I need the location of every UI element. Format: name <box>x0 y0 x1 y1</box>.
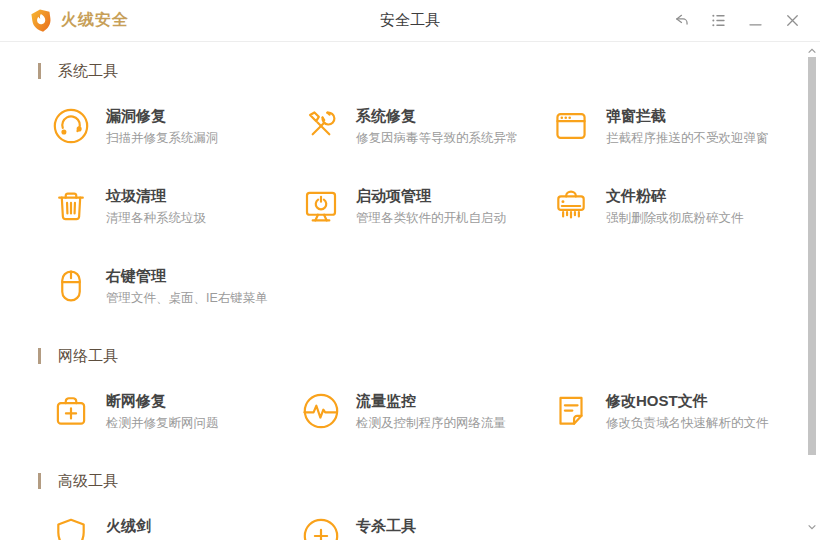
tool-popup-blocker[interactable]: 弹窗拦截拦截程序推送的不受欢迎弹窗 <box>550 105 800 153</box>
tool-description: 强制删除或彻底粉碎文件 <box>606 212 744 225</box>
back-arrow-icon <box>672 11 691 30</box>
tool-title: 修改HOST文件 <box>606 393 769 408</box>
tool-text: 火绒剑 <box>106 515 151 540</box>
tool-startup-manager[interactable]: 启动项管理管理各类软件的开机自启动 <box>300 185 550 233</box>
tool-title: 文件粉碎 <box>606 188 744 203</box>
mouse-icon <box>50 265 92 307</box>
tool-text: 漏洞修复扫描并修复系统漏洞 <box>106 105 219 145</box>
tool-title: 启动项管理 <box>356 188 506 203</box>
tool-text: 启动项管理管理各类软件的开机自启动 <box>356 185 506 225</box>
section-accent-bar <box>38 348 41 364</box>
scrollbar <box>806 44 818 540</box>
tool-junk-clean[interactable]: 垃圾清理清理各种系统垃圾 <box>50 185 300 233</box>
tool-system-repair[interactable]: 系统修复修复因病毒等导致的系统异常 <box>300 105 550 153</box>
tool-title: 右键管理 <box>106 268 268 283</box>
minimize-icon <box>746 11 765 30</box>
tool-text: 右键管理管理文件、桌面、IE右键菜单 <box>106 265 268 305</box>
circle-icon <box>300 515 342 540</box>
tool-traffic-monitor[interactable]: 流量监控检测及控制程序的网络流量 <box>300 390 550 438</box>
tool-text: 弹窗拦截拦截程序推送的不受欢迎弹窗 <box>606 105 769 145</box>
huorong-shield-flame-icon <box>30 8 53 33</box>
section-header: 高级工具 <box>38 472 820 490</box>
trash-can-icon <box>50 185 92 227</box>
tool-description: 扫描并修复系统漏洞 <box>106 132 219 145</box>
first-aid-kit-icon <box>50 390 92 432</box>
tool-title: 流量监控 <box>356 393 506 408</box>
tool-vulnerability-fix[interactable]: 漏洞修复扫描并修复系统漏洞 <box>50 105 300 153</box>
tool-special-killer[interactable]: 专杀工具 <box>300 515 550 540</box>
section-advanced-tools: 高级工具火绒剑专杀工具 <box>38 472 820 540</box>
tool-description: 拦截程序推送的不受欢迎弹窗 <box>606 132 769 145</box>
shield-icon <box>50 515 92 540</box>
tool-grid: 漏洞修复扫描并修复系统漏洞系统修复修复因病毒等导致的系统异常弹窗拦截拦截程序推送… <box>50 105 820 313</box>
minimize-button[interactable] <box>743 9 767 33</box>
tool-title: 断网修复 <box>106 393 219 408</box>
tool-grid: 断网修复检测并修复断网问题流量监控检测及控制程序的网络流量修改HOST文件修改负… <box>50 390 820 438</box>
tool-text: 文件粉碎强制删除或彻底粉碎文件 <box>606 185 744 225</box>
tool-text: 修改HOST文件修改负责域名快速解析的文件 <box>606 390 769 430</box>
section-title: 网络工具 <box>58 347 118 366</box>
tool-description: 清理各种系统垃圾 <box>106 212 206 225</box>
tool-description: 修复因病毒等导致的系统异常 <box>356 132 519 145</box>
menu-button[interactable] <box>706 9 730 33</box>
tool-title: 漏洞修复 <box>106 108 219 123</box>
section-accent-bar <box>38 473 41 489</box>
app-logo: 火绒安全 <box>30 8 129 33</box>
back-button[interactable] <box>669 9 693 33</box>
tool-title: 弹窗拦截 <box>606 108 769 123</box>
tool-context-menu-manager[interactable]: 右键管理管理文件、桌面、IE右键菜单 <box>50 265 300 313</box>
tool-title: 专杀工具 <box>356 518 416 533</box>
close-button[interactable] <box>780 9 804 33</box>
titlebar: 火绒安全 安全工具 <box>0 0 820 42</box>
tool-description: 检测并修复断网问题 <box>106 417 219 430</box>
tool-network-repair[interactable]: 断网修复检测并修复断网问题 <box>50 390 300 438</box>
close-icon <box>783 11 802 30</box>
scroll-up-button[interactable] <box>806 46 818 56</box>
section-network-tools: 网络工具断网修复检测并修复断网问题流量监控检测及控制程序的网络流量修改HOST文… <box>38 347 820 438</box>
vulnerability-scan-icon <box>50 105 92 147</box>
pulse-circle-icon <box>300 390 342 432</box>
scrollbar-thumb[interactable] <box>808 57 816 455</box>
document-fold-icon <box>550 390 592 432</box>
shredder-icon <box>550 185 592 227</box>
chevron-down-icon <box>807 523 817 531</box>
tool-description: 管理各类软件的开机自启动 <box>356 212 506 225</box>
tool-text: 垃圾清理清理各种系统垃圾 <box>106 185 206 225</box>
section-header: 网络工具 <box>38 347 820 365</box>
tool-description: 检测及控制程序的网络流量 <box>356 417 506 430</box>
list-menu-icon <box>709 11 728 30</box>
section-header: 系统工具 <box>38 62 820 80</box>
tool-description: 修改负责域名快速解析的文件 <box>606 417 769 430</box>
section-title: 系统工具 <box>58 62 118 81</box>
scroll-down-button[interactable] <box>806 522 818 532</box>
section-accent-bar <box>38 63 41 79</box>
tool-file-shredder[interactable]: 文件粉碎强制删除或彻底粉碎文件 <box>550 185 800 233</box>
tool-huorong-sword[interactable]: 火绒剑 <box>50 515 300 540</box>
monitor-power-icon <box>300 185 342 227</box>
window-controls <box>669 9 804 33</box>
tool-grid: 火绒剑专杀工具 <box>50 515 820 540</box>
chevron-up-icon <box>807 47 817 55</box>
crossed-tools-icon <box>300 105 342 147</box>
tool-text: 专杀工具 <box>356 515 416 540</box>
section-title: 高级工具 <box>58 472 118 491</box>
tool-text: 系统修复修复因病毒等导致的系统异常 <box>356 105 519 145</box>
app-name: 火绒安全 <box>61 10 129 31</box>
tool-title: 火绒剑 <box>106 518 151 533</box>
tool-description: 管理文件、桌面、IE右键菜单 <box>106 292 268 305</box>
popup-window-icon <box>550 105 592 147</box>
tool-text: 断网修复检测并修复断网问题 <box>106 390 219 430</box>
tool-edit-host-file[interactable]: 修改HOST文件修改负责域名快速解析的文件 <box>550 390 800 438</box>
tool-title: 系统修复 <box>356 108 519 123</box>
tool-title: 垃圾清理 <box>106 188 206 203</box>
tool-text: 流量监控检测及控制程序的网络流量 <box>356 390 506 430</box>
section-system-tools: 系统工具漏洞修复扫描并修复系统漏洞系统修复修复因病毒等导致的系统异常弹窗拦截拦截… <box>38 62 820 313</box>
tools-area: 系统工具漏洞修复扫描并修复系统漏洞系统修复修复因病毒等导致的系统异常弹窗拦截拦截… <box>0 62 820 540</box>
